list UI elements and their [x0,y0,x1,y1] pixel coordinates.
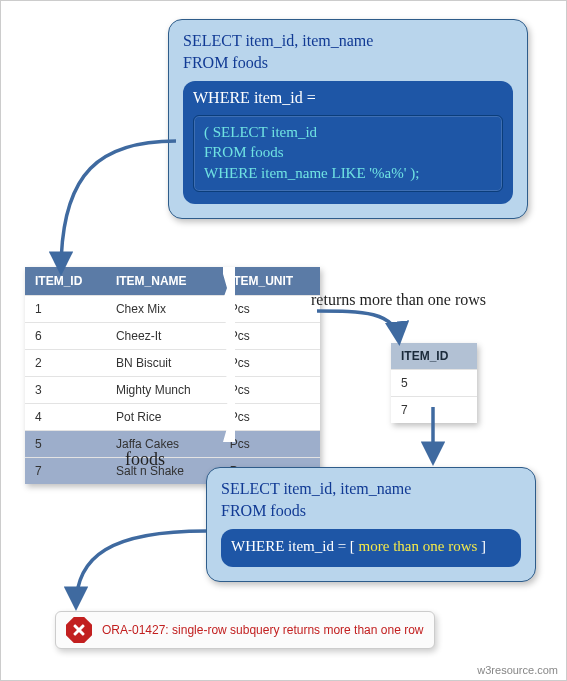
foods-header-row: ITEM_ID ITEM_NAME ITEM_UNIT [25,267,320,296]
table-cell: 4 [25,404,106,431]
query2-where-box: WHERE item_id = [ more than one rows ] [221,529,521,567]
table-cell: Pcs [220,296,320,323]
table-row: 6Cheez-ItPcs [25,323,320,350]
table-cell: BN Biscuit [106,350,220,377]
table-row: 7 [391,397,477,424]
table-cell: Pcs [220,377,320,404]
query2-select: SELECT item_id, item_name [221,478,521,500]
subquery-from: FROM foods [204,142,492,162]
table-cell: 7 [25,458,106,485]
query2-where-prefix: WHERE item_id = [ [231,538,359,554]
table-cell: 6 [25,323,106,350]
query1-where-box: WHERE item_id = ( SELECT item_id FROM fo… [183,81,513,204]
foods-label: foods [125,449,165,470]
error-text: ORA-01427: single-row subquery returns m… [102,623,424,637]
subquery-select: ( SELECT item_id [204,122,492,142]
table-row: 2BN BiscuitPcs [25,350,320,377]
result-query-box: SELECT item_id, item_name FROM foods WHE… [206,467,536,582]
foods-header-name: ITEM_NAME [106,267,220,296]
outer-query-box: SELECT item_id, item_name FROM foods WHE… [168,19,528,219]
itemid-table: ITEM_ID 57 [391,343,477,423]
error-box: ORA-01427: single-row subquery returns m… [55,611,435,649]
table-cell: 7 [391,397,477,424]
table-cell: Pcs [220,404,320,431]
table-cell: 3 [25,377,106,404]
arrow-subquery-to-foods [61,141,176,271]
table-row: 1Chex MixPcs [25,296,320,323]
query2-where: WHERE item_id = [ more than one rows ] [231,537,511,557]
subquery-box: ( SELECT item_id FROM foods WHERE item_n… [193,115,503,192]
foods-header-unit: ITEM_UNIT [220,267,320,296]
query2-where-suffix: ] [477,538,486,554]
table-cell: 5 [391,370,477,397]
table-cell: Chex Mix [106,296,220,323]
arrow-query2-to-error [76,531,206,606]
watermark: w3resource.com [477,664,558,676]
foods-table: ITEM_ID ITEM_NAME ITEM_UNIT 1Chex MixPcs… [25,267,320,484]
table-cell: Pcs [220,323,320,350]
returns-label: returns more than one rows [311,291,486,309]
itemid-header: ITEM_ID [391,343,477,370]
table-cell: 5 [25,431,106,458]
table-cell: Pcs [220,431,320,458]
foods-header-id: ITEM_ID [25,267,106,296]
error-icon [66,617,92,643]
table-cell: 2 [25,350,106,377]
table-row: 4Pot RicePcs [25,404,320,431]
query2-where-highlight: more than one rows [359,538,478,554]
table-row: 5Jaffa CakesPcs [25,431,320,458]
query1-where: WHERE item_id = [193,89,503,107]
arrow-foods-to-itemid [317,311,399,341]
query2-from: FROM foods [221,500,521,522]
table-cell: Mighty Munch [106,377,220,404]
query1-from: FROM foods [183,52,513,74]
table-cell: Pot Rice [106,404,220,431]
table-row: 5 [391,370,477,397]
table-cell: 1 [25,296,106,323]
query1-select: SELECT item_id, item_name [183,30,513,52]
subquery-where: WHERE item_name LIKE '%a%' ); [204,163,492,183]
table-row: 3Mighty MunchPcs [25,377,320,404]
table-cell: Pcs [220,350,320,377]
table-cell: Cheez-It [106,323,220,350]
